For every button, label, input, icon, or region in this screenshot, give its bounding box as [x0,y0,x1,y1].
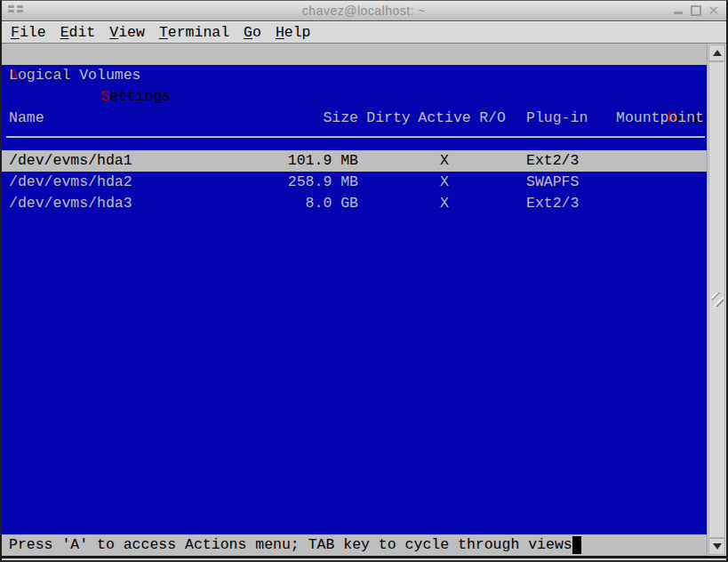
header-active: Active [418,108,471,129]
scrollbar[interactable] [707,44,726,556]
header-plugin: Plug-in [526,108,588,129]
table-row-hda2[interactable]: /dev/evms/hda2 258.9 MB X SWAPFS [2,172,707,193]
cell-active: X [418,150,471,172]
cell-plugin: SWAPFS [526,172,579,193]
menu-help[interactable]: Help [268,22,318,44]
scrollbar-thumb[interactable] [708,61,725,538]
terminal-screen[interactable]: Actions Settings Help Logical Volumes Na… [2,44,707,556]
terminal-window: chavez@localhost: ~ ✕ File Edit View Ter… [0,0,728,562]
cell-ro [475,150,510,172]
terminal-content-area: Actions Settings Help Logical Volumes Na… [2,44,726,556]
window-title: chavez@localhost: ~ [2,4,726,18]
cell-plugin: Ext2/3 [526,150,579,172]
maximize-button[interactable] [691,5,701,16]
header-separator-line [6,136,705,138]
table-row-hda3[interactable]: /dev/evms/hda3 8.0 GB X Ext2/3 [2,193,707,214]
arrow-up-icon [713,50,722,56]
terminal-cursor [572,536,581,554]
cell-active: X [418,193,471,214]
header-mountpoint: Mountpoint [616,108,704,129]
evms-menu-settings[interactable]: Settings [100,86,171,108]
window-bottom-edge [2,556,726,562]
status-text: Press 'A' to access Actions menu; TAB ke… [9,534,572,556]
menu-terminal[interactable]: Terminal [152,22,236,44]
cell-size: 101.9 MB [2,150,358,172]
arrow-down-icon [713,543,722,550]
table-row-hda1[interactable]: /dev/evms/hda1 101.9 MB X Ext2/3 [2,150,707,172]
scrollbar-up-button[interactable] [708,44,725,61]
table-header-row: Name Size Dirty Active R/O Plug-in Mount… [2,108,707,129]
cell-size: 258.9 MB [2,172,358,193]
menu-file[interactable]: File [4,22,53,44]
status-bar: Press 'A' to access Actions menu; TAB ke… [2,534,707,556]
scrollbar-down-button[interactable] [708,538,725,555]
header-dirty: Dirty [362,108,415,129]
header-size: Size [2,108,358,129]
cell-ro [475,193,510,214]
cell-dirty [362,193,415,214]
cell-size: 8.0 GB [2,193,358,214]
window-controls: ✕ [674,5,726,16]
cell-ro [475,172,510,193]
header-ro: R/O [475,108,510,129]
menu-go[interactable]: Go [236,22,268,44]
menu-edit[interactable]: Edit [53,22,103,44]
view-title: Logical Volumes [2,65,707,86]
title-bar[interactable]: chavez@localhost: ~ ✕ [2,1,726,20]
menu-view[interactable]: View [102,22,152,44]
gtk-menubar: File Edit View Terminal Go Help [2,21,726,43]
cell-dirty [362,172,415,193]
evms-menubar: Actions Settings Help [2,44,707,65]
close-button[interactable]: ✕ [708,5,719,16]
cell-active: X [418,172,471,193]
scrollbar-grip-icon [712,293,724,307]
cell-dirty [362,150,415,172]
minimize-button[interactable] [674,5,684,16]
cell-plugin: Ext2/3 [526,193,579,214]
